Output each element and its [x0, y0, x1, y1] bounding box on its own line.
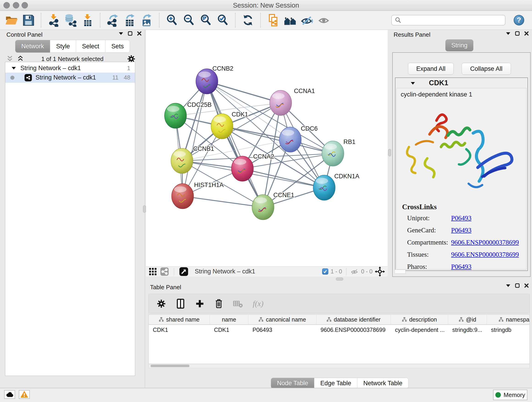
network-canvas[interactable]: CCNB2CCNA1CDC25BCDK1CDC6RB1CCNB1CCNA2CDK…	[146, 30, 388, 266]
import-table-file-icon[interactable]	[80, 13, 95, 28]
collapse-panel-icon[interactable]	[506, 32, 510, 35]
show-columns-icon[interactable]	[176, 298, 185, 309]
refresh-layout-icon[interactable]	[241, 13, 255, 28]
network-node-ccna1[interactable]: CCNA1	[270, 88, 315, 115]
show-all-icon[interactable]	[317, 13, 331, 28]
cell-database-identifier[interactable]: 9606.ENSP00000378699	[317, 325, 391, 334]
import-network-database-icon[interactable]	[63, 13, 78, 28]
results-scrollbar-thumb[interactable]	[394, 269, 405, 274]
network-edge-ccnb2-hist1h1a[interactable]	[183, 81, 207, 196]
network-node-ccne1[interactable]: CCNE1	[252, 191, 294, 220]
table-scrollbar-thumb[interactable]	[151, 365, 190, 367]
search-input[interactable]	[404, 17, 502, 24]
column-header[interactable]: database identifier	[317, 315, 391, 324]
crosslink-link[interactable]: P06493	[451, 263, 472, 270]
table-panel-title: Table Panel	[150, 284, 181, 291]
tab-string[interactable]: String	[445, 39, 473, 51]
column-header[interactable]: description	[391, 315, 448, 324]
cell-namespace[interactable]: stringdb	[487, 325, 530, 334]
collapse-panel-icon[interactable]	[119, 32, 123, 35]
open-session-icon[interactable]	[4, 13, 19, 28]
zoom-fit-icon[interactable]	[198, 13, 213, 28]
column-header[interactable]: canonical name	[248, 315, 317, 324]
hidden-counter: 0 - 0	[361, 268, 373, 275]
cell-name[interactable]: CDK1	[210, 325, 248, 334]
view-grid-icon[interactable]	[149, 268, 157, 276]
network-row[interactable]: String Network – cdk1 11 48	[5, 73, 135, 83]
network-edge-ccnb2-ccna1[interactable]	[207, 81, 281, 103]
toolbar-separator	[346, 268, 346, 275]
zoom-in-icon[interactable]	[165, 13, 179, 28]
horizontal-splitter-handle[interactable]	[336, 278, 343, 281]
float-panel-icon[interactable]	[515, 283, 520, 288]
gene-section-header[interactable]: CDK1	[395, 78, 527, 88]
float-panel-icon[interactable]	[515, 31, 520, 36]
node-label-cdc6: CDC6	[301, 125, 318, 132]
crosslink-link[interactable]: 9606.ENSP00000378699	[451, 251, 519, 258]
column-header[interactable]: name	[210, 315, 248, 324]
collapse-panel-icon[interactable]	[506, 284, 510, 287]
cell-description[interactable]: cyclin-dependent ...	[391, 325, 448, 334]
close-panel-icon[interactable]	[137, 31, 142, 36]
network-node-rb1[interactable]: RB1	[322, 138, 355, 166]
float-panel-icon[interactable]	[128, 31, 133, 36]
cell-id[interactable]: stringdb:9...	[448, 325, 487, 334]
network-edge-ccna2-cdkn1a[interactable]	[242, 169, 324, 188]
crosslink-link[interactable]: 9606.ENSP00000378699	[451, 239, 519, 246]
tab-style[interactable]: Style	[50, 40, 76, 52]
help-button[interactable]: ?	[514, 15, 524, 26]
network-node-cdkn1a[interactable]: CDKN1A	[313, 173, 360, 200]
close-panel-icon[interactable]	[524, 283, 529, 288]
left-splitter-handle[interactable]	[143, 205, 146, 213]
export-image-icon[interactable]	[139, 13, 154, 28]
column-header[interactable]: shared name	[149, 315, 210, 324]
table-options-gear-icon[interactable]	[157, 299, 166, 308]
view-network-icon[interactable]	[160, 267, 169, 276]
birdseye-view-icon[interactable]	[179, 267, 188, 276]
tab-edge-table[interactable]: Edge Table	[314, 378, 357, 389]
tab-sets[interactable]: Sets	[105, 40, 130, 52]
tab-network[interactable]: Network	[15, 40, 50, 52]
function-builder-icon: f(x)	[253, 299, 264, 308]
network-status-dot	[10, 76, 14, 80]
cell-canonical-name[interactable]: P06493	[248, 325, 317, 334]
network-edge-hist1h1a-ccne1[interactable]	[183, 196, 263, 207]
column-header[interactable]: namespace	[487, 315, 530, 324]
table-row[interactable]: CDK1 CDK1 P06493 9606.ENSP00000378699 cy…	[149, 325, 530, 334]
fit-selected-icon[interactable]	[375, 267, 385, 277]
crosslink-link[interactable]: P06493	[451, 226, 472, 234]
create-column-icon[interactable]	[195, 299, 205, 308]
cell-shared-name[interactable]: CDK1	[149, 325, 210, 334]
save-session-icon[interactable]	[21, 13, 36, 28]
selected-nodes-checkbox[interactable]	[322, 268, 328, 274]
collapse-all-button[interactable]: Collapse All	[462, 63, 511, 75]
collection-expand-icon[interactable]	[12, 67, 16, 70]
table-horizontal-scrollbar[interactable]	[148, 364, 530, 368]
crosslink-label: Compartments:	[407, 239, 448, 246]
crosslink-link[interactable]: P06493	[451, 214, 472, 222]
control-panel: Control Panel Network Style Select Sets …	[0, 30, 145, 388]
zoom-selected-icon[interactable]	[215, 13, 230, 28]
expand-all-button[interactable]: Expand All	[408, 63, 454, 75]
gene-collapse-icon[interactable]	[411, 82, 415, 85]
tab-network-table[interactable]: Network Table	[357, 378, 409, 389]
network-node-cdc25b[interactable]: CDC25B	[165, 101, 212, 128]
cloud-button[interactable]	[4, 390, 15, 399]
zoom-out-icon[interactable]	[181, 13, 196, 28]
network-node-ccnb2[interactable]: CCNB2	[196, 65, 234, 94]
close-panel-icon[interactable]	[524, 31, 529, 36]
export-network-icon[interactable]	[105, 13, 120, 28]
hide-selected-icon[interactable]	[300, 13, 314, 28]
network-node-hist1h1a[interactable]: HIST1H1A	[172, 182, 224, 209]
network-collection-row[interactable]: String Network – cdk1 1	[5, 64, 135, 73]
import-network-file-icon[interactable]	[46, 13, 61, 28]
delete-column-icon[interactable]	[214, 298, 223, 309]
copy-network-icon[interactable]	[266, 13, 280, 28]
warning-button[interactable]	[19, 390, 30, 399]
export-table-icon[interactable]	[122, 13, 137, 28]
tab-select[interactable]: Select	[76, 40, 105, 52]
column-header[interactable]: @id	[448, 315, 487, 324]
first-neighbors-icon[interactable]	[283, 13, 298, 28]
tab-node-table[interactable]: Node Table	[271, 378, 314, 389]
memory-button[interactable]: Memory	[493, 390, 527, 400]
